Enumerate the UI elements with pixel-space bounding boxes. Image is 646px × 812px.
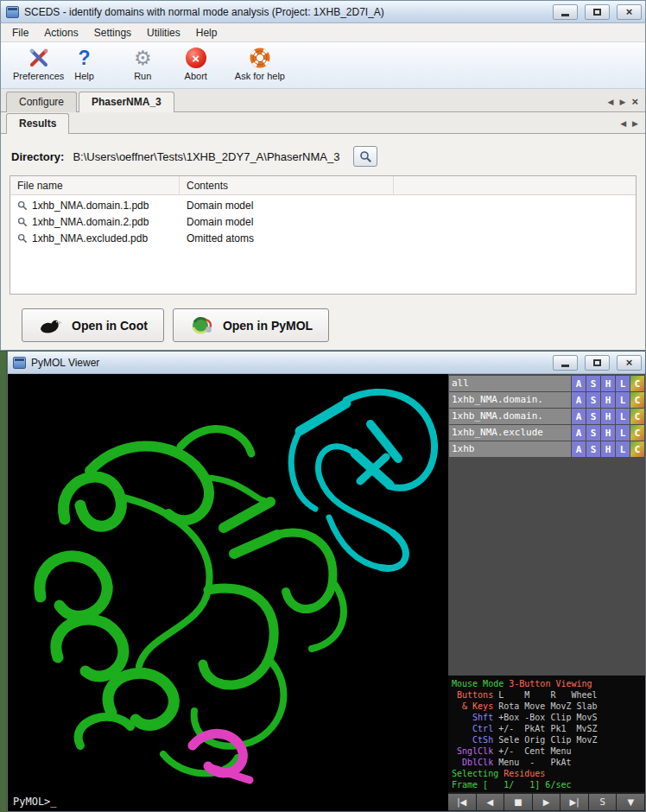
tab-results[interactable]: Results <box>6 113 69 134</box>
label-menu-button[interactable]: L <box>616 425 630 441</box>
hide-menu-button[interactable]: H <box>601 425 615 441</box>
action-menu-button[interactable]: A <box>572 425 586 441</box>
close-button[interactable]: × <box>617 4 642 20</box>
minimize-button[interactable] <box>553 4 578 20</box>
show-menu-button[interactable]: S <box>586 441 600 457</box>
menu-settings[interactable]: Settings <box>86 24 139 41</box>
sceds-window: SCEDS - identify domains with normal mod… <box>0 0 646 351</box>
table-row[interactable]: 1xhb_NMA.domain.2.pdb Domain model <box>10 213 636 230</box>
preferences-button[interactable]: Preferences <box>8 45 69 82</box>
scene-button[interactable]: S <box>589 793 618 811</box>
label-menu-button[interactable]: L <box>616 441 630 457</box>
color-menu-button[interactable]: C <box>630 441 644 457</box>
tab-close-icon[interactable]: × <box>631 98 638 106</box>
file-name: 1xhb_NMA.excluded.pdb <box>32 232 148 244</box>
tab-phasernma[interactable]: PhaserNMA_3 <box>79 92 174 112</box>
tab-scroll-right-icon[interactable]: ▶ <box>619 98 625 106</box>
movie-controls: |◀ ◀ ■ ▶ ▶| S ▼ <box>448 792 645 811</box>
menu-help[interactable]: Help <box>188 24 225 41</box>
tab-scroll-left-icon[interactable]: ◀ <box>608 98 614 106</box>
magnifier-icon <box>17 233 28 244</box>
color-menu-button[interactable]: C <box>630 392 644 408</box>
maximize-button[interactable] <box>585 4 610 20</box>
sceds-titlebar[interactable]: SCEDS - identify domains with normal mod… <box>1 1 645 23</box>
hide-menu-button[interactable]: H <box>601 441 615 457</box>
menu-file[interactable]: File <box>4 24 36 41</box>
column-contents: Contents <box>180 176 394 194</box>
ask-for-help-button[interactable]: Ask for help <box>230 45 290 82</box>
label-menu-button[interactable]: L <box>616 392 630 408</box>
object-name[interactable]: 1xhb_NMA.domain. <box>449 409 571 424</box>
file-name: 1xhb_NMA.domain.1.pdb <box>32 200 149 212</box>
results-scroll-right-icon[interactable]: ▶ <box>632 119 638 128</box>
molecule-viewport[interactable]: PyMOL>_ <box>8 374 448 811</box>
rewind-button[interactable]: |◀ <box>448 793 477 811</box>
browse-directory-button[interactable] <box>353 146 377 167</box>
color-menu-button[interactable]: C <box>630 409 644 424</box>
toolbar: Preferences ? Help ⚙ Run × Abort <box>1 42 645 89</box>
maximize-icon <box>593 359 601 366</box>
object-name[interactable]: all <box>449 376 571 391</box>
menu-actions[interactable]: Actions <box>36 24 86 41</box>
stop-button[interactable]: ■ <box>504 793 533 811</box>
tools-icon <box>28 46 50 70</box>
pymol-window-icon <box>13 357 26 369</box>
show-menu-button[interactable]: S <box>586 392 600 408</box>
hide-menu-button[interactable]: H <box>601 409 615 424</box>
menu-utilities[interactable]: Utilities <box>139 24 188 41</box>
label-menu-button[interactable]: L <box>616 409 630 424</box>
file-contents: Domain model <box>180 216 394 228</box>
abort-button[interactable]: × Abort <box>180 45 212 82</box>
coot-bird-icon <box>38 315 64 336</box>
show-menu-button[interactable]: S <box>586 376 600 391</box>
panel-toggle-button[interactable]: ▼ <box>617 793 645 811</box>
file-name: 1xhb_NMA.domain.2.pdb <box>32 216 149 228</box>
pymol-minimize-button[interactable] <box>553 355 578 371</box>
pymol-command-prompt[interactable]: PyMOL>_ <box>13 796 57 808</box>
minimize-icon <box>561 365 569 367</box>
show-menu-button[interactable]: S <box>586 425 600 441</box>
action-menu-button[interactable]: A <box>572 409 586 424</box>
pymol-titlebar[interactable]: PyMOL Viewer × <box>8 352 645 374</box>
table-row[interactable]: 1xhb_NMA.excluded.pdb Omitted atoms <box>10 230 636 246</box>
open-in-coot-button[interactable]: Open in Coot <box>22 308 164 342</box>
lifering-icon <box>249 46 271 70</box>
close-icon: × <box>626 357 633 368</box>
main-tab-bar: Configure PhaserNMA_3 ◀ ▶ × <box>1 89 645 112</box>
object-row: 1xhb_NMA.exclude A S H L C <box>449 425 644 441</box>
hide-menu-button[interactable]: H <box>601 376 615 391</box>
open-in-pymol-button[interactable]: Open in PyMOL <box>173 308 329 342</box>
hide-menu-button[interactable]: H <box>601 392 615 408</box>
ribbon-structure <box>8 374 448 811</box>
results-panel: Directory: B:\Users\oeffner\Tests\1XHB_2… <box>1 134 645 342</box>
show-menu-button[interactable]: S <box>586 409 600 424</box>
action-menu-button[interactable]: A <box>572 376 586 391</box>
file-contents: Omitted atoms <box>180 232 394 244</box>
results-tab-bar: Results ◀ ▶ <box>1 112 645 134</box>
step-forward-button[interactable]: ▶| <box>560 793 589 811</box>
sceds-window-icon <box>6 6 19 18</box>
color-menu-button[interactable]: C <box>630 376 644 391</box>
play-button[interactable]: ▶ <box>533 793 561 811</box>
object-row: 1xhb A S H L C <box>449 441 644 457</box>
table-row[interactable]: 1xhb_NMA.domain.1.pdb Domain model <box>10 197 636 213</box>
pymol-maximize-button[interactable] <box>585 355 610 371</box>
directory-label: Directory: <box>11 150 64 163</box>
color-menu-button[interactable]: C <box>630 425 644 441</box>
object-name[interactable]: 1xhb <box>449 441 571 457</box>
tab-configure[interactable]: Configure <box>6 92 77 112</box>
help-button[interactable]: ? Help <box>69 45 99 82</box>
step-back-button[interactable]: ◀ <box>477 793 505 811</box>
action-menu-button[interactable]: A <box>572 392 586 408</box>
results-scroll-left-icon[interactable]: ◀ <box>620 119 626 128</box>
label-menu-button[interactable]: L <box>616 376 630 391</box>
pymol-logo-icon <box>189 315 215 336</box>
column-file-name: File name <box>10 176 180 194</box>
object-name[interactable]: 1xhb_NMA.domain. <box>449 392 571 408</box>
magnifier-icon <box>17 217 28 227</box>
question-icon: ? <box>79 46 91 70</box>
object-name[interactable]: 1xhb_NMA.exclude <box>449 425 571 441</box>
run-button[interactable]: ⚙ Run <box>129 45 157 82</box>
action-menu-button[interactable]: A <box>572 441 586 457</box>
pymol-close-button[interactable]: × <box>617 355 642 371</box>
